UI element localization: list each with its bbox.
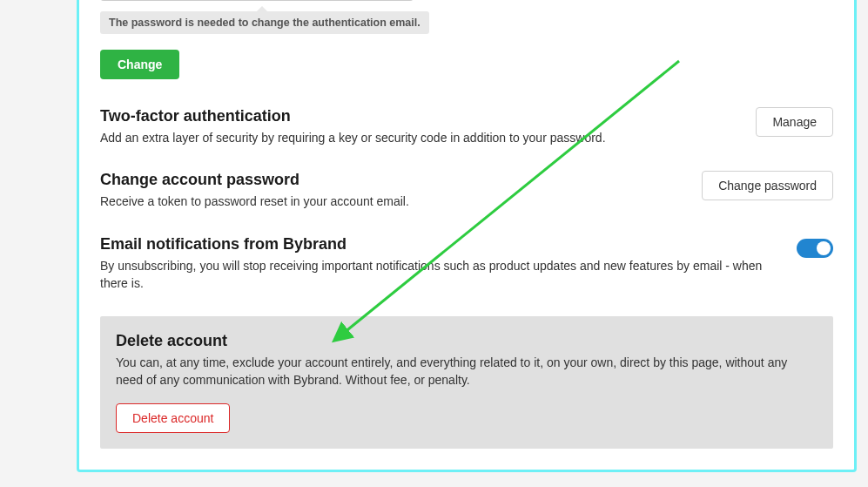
delete-account-section: Delete account You can, at any time, exc… <box>100 316 833 449</box>
change-password-desc: Receive a token to password reset in you… <box>100 193 688 210</box>
toggle-knob <box>817 241 831 255</box>
two-factor-title: Two-factor authentication <box>100 107 742 125</box>
email-notifications-row: Email notifications from Bybrand By unsu… <box>100 235 833 293</box>
settings-card: The password is needed to change the aut… <box>77 0 857 472</box>
delete-account-desc: You can, at any time, exclude your accou… <box>116 354 818 389</box>
manage-button[interactable]: Manage <box>756 107 833 137</box>
two-factor-desc: Add an extra layer of security by requir… <box>100 129 742 146</box>
change-password-title: Change account password <box>100 171 688 189</box>
email-notifications-title: Email notifications from Bybrand <box>100 235 783 254</box>
password-input[interactable] <box>100 0 414 1</box>
email-notifications-desc: By unsubscribing, you will stop receivin… <box>100 257 783 293</box>
change-button[interactable]: Change <box>100 50 179 79</box>
two-factor-row: Two-factor authentication Add an extra l… <box>100 107 833 146</box>
delete-account-button[interactable]: Delete account <box>116 403 230 433</box>
delete-account-title: Delete account <box>116 332 818 350</box>
change-password-button[interactable]: Change password <box>702 171 833 200</box>
email-notifications-toggle[interactable] <box>797 239 833 258</box>
change-password-row: Change account password Receive a token … <box>100 171 833 210</box>
password-hint-tooltip: The password is needed to change the aut… <box>100 11 429 34</box>
